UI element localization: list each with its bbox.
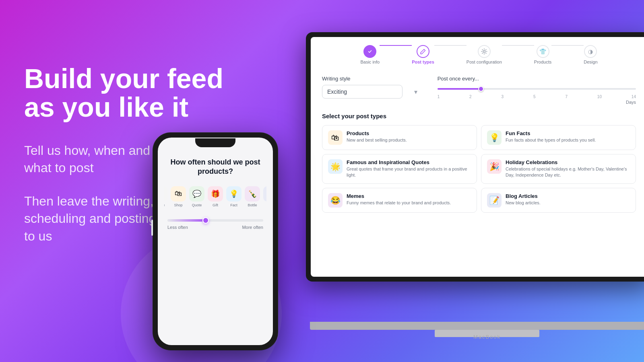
writing-style-select[interactable]: Exciting Professional Casual Funny <box>322 85 402 99</box>
slider-unit: Days <box>438 100 636 105</box>
post-type-icon-quotes: 🌟 <box>328 159 343 174</box>
post-type-card-fun-facts[interactable]: 💡 Fun Facts Fun facts about the types of… <box>481 125 636 150</box>
chip-gift[interactable]: 🎁 Gift <box>208 186 223 207</box>
chip-icon-gift: 🎁 <box>208 186 223 202</box>
post-type-name-holiday: Holiday Celebrations <box>506 159 630 165</box>
post-type-name-memes: Memes <box>347 193 451 199</box>
phone-question: How often should we post products? <box>164 158 266 177</box>
post-type-card-memes[interactable]: 😂 Memes Funny memes that relate to your … <box>322 188 477 213</box>
chip-label-quote: Quote <box>192 203 202 207</box>
slider-track <box>438 88 636 90</box>
writing-style-group: Writing style Exciting Professional Casu… <box>322 76 421 99</box>
chip-icon-fact: 💡 <box>226 186 242 202</box>
select-arrow-icon: ▾ <box>414 88 417 96</box>
phone-notch <box>195 138 235 147</box>
step-circle-products: 👕 <box>537 45 549 58</box>
post-type-info-products: Products New and best selling products. <box>347 130 407 143</box>
freq-slider-fill <box>167 219 206 222</box>
phone-content: How often should we post products? 😂 Mem… <box>158 138 273 345</box>
freq-slider-thumb[interactable] <box>202 217 209 224</box>
step-label-products: Products <box>534 60 551 64</box>
post-types-title: Select your post types <box>322 113 636 119</box>
post-type-desc-products: New and best selling products. <box>347 137 407 143</box>
chip-quote[interactable]: 💬 Quote <box>189 186 204 207</box>
stepper: Basic info Post types <box>322 45 636 64</box>
macbook-label: MacBook <box>473 334 501 340</box>
post-type-card-products[interactable]: 🛍 Products New and best selling products… <box>322 125 477 150</box>
step-circle-post-types <box>417 45 429 58</box>
post-type-name-blog: Blog Articles <box>506 193 541 199</box>
chip-label-bottle: Bottle <box>248 203 257 207</box>
slider-ticks: 1 2 3 5 7 10 14 <box>438 95 636 99</box>
controls-row: Writing style Exciting Professional Casu… <box>322 76 636 105</box>
post-type-desc-quotes: Great quotes that frame your brand and p… <box>347 166 471 179</box>
freq-label-less: Less often <box>167 225 188 230</box>
step-design[interactable]: ◑ Design <box>584 45 597 64</box>
app-ui: Basic info Post types <box>311 37 644 277</box>
post-type-name-products: Products <box>347 130 407 136</box>
frequency-slider-phone: Less often More often <box>164 219 266 230</box>
chip-icon-meme: 😂 <box>164 186 167 202</box>
chip-label-gift: Gift <box>213 203 218 207</box>
frequency-slider[interactable] <box>438 85 636 93</box>
post-frequency-group: Post once every... 1 2 3 5 <box>438 76 636 105</box>
macbook-label-container: MacBook <box>473 333 501 340</box>
chip-label-fact: Fact <box>230 203 237 207</box>
post-types-grid: 🛍 Products New and best selling products… <box>322 125 636 213</box>
post-type-info-memes: Memes Funny memes that relate to your br… <box>347 193 451 206</box>
step-label-post-config: Post configuration <box>466 60 502 64</box>
chip-icon-shop: 🛍 <box>171 186 186 202</box>
post-type-name-quotes: Famous and Inspirational Quotes <box>347 159 471 165</box>
slider-thumb[interactable] <box>478 86 484 92</box>
macbook-container: Basic info Post types <box>306 32 644 322</box>
post-types-section: Select your post types 🛍 Products New an… <box>322 113 636 213</box>
chip-shop[interactable]: 🛍 Shop <box>171 186 186 207</box>
freq-labels: Less often More often <box>167 225 263 230</box>
step-basic-info[interactable]: Basic info <box>360 45 380 64</box>
chip-label-shop: Shop <box>174 203 182 207</box>
writing-style-label: Writing style <box>322 76 421 82</box>
post-type-desc-holiday: Celebrations of special holidays e.g. Mo… <box>506 166 630 179</box>
phone-screen: How often should we post products? 😂 Mem… <box>158 138 273 345</box>
chip-fact[interactable]: 💡 Fact <box>226 186 242 207</box>
writing-style-select-wrapper: Exciting Professional Casual Funny ▾ <box>322 85 421 99</box>
post-frequency-label: Post once every... <box>438 76 636 82</box>
post-type-desc-blog: New blog articles. <box>506 200 541 206</box>
step-label-basic-info: Basic info <box>360 60 380 64</box>
chip-more[interactable]: 🎪 More <box>263 186 266 207</box>
post-type-icon-blog: 📝 <box>487 193 502 208</box>
macbook-frame: Basic info Post types <box>306 32 644 282</box>
chip-meme[interactable]: 😂 Meme <box>164 186 167 207</box>
step-circle-design: ◑ <box>584 45 597 58</box>
svg-point-1 <box>483 51 485 53</box>
slider-fill <box>438 88 481 90</box>
step-products[interactable]: 👕 Products <box>534 45 551 64</box>
post-type-name-fun-facts: Fun Facts <box>506 130 596 136</box>
chip-bottle[interactable]: 🍾 Bottle <box>245 186 260 207</box>
chips-row: 😂 Meme 🛍 Shop 💬 Quote 🎁 Gift <box>164 186 266 207</box>
post-type-info-blog: Blog Articles New blog articles. <box>506 193 541 206</box>
step-post-types[interactable]: Post types <box>412 45 434 64</box>
post-type-card-quotes[interactable]: 🌟 Famous and Inspirational Quotes Great … <box>322 154 477 184</box>
chip-label-meme: Meme <box>164 203 165 207</box>
main-heading: Build your feed as you like it <box>24 64 223 122</box>
post-type-desc-fun-facts: Fun facts about the types of products yo… <box>506 137 596 143</box>
chip-icon-bottle: 🍾 <box>245 186 260 202</box>
freq-slider-bar <box>167 219 263 222</box>
post-type-desc-memes: Funny memes that relate to your brand an… <box>347 200 451 206</box>
macbook-screen: Basic info Post types <box>311 37 644 277</box>
freq-label-more: More often <box>242 225 263 230</box>
post-type-info-quotes: Famous and Inspirational Quotes Great qu… <box>347 159 471 179</box>
post-type-card-blog[interactable]: 📝 Blog Articles New blog articles. <box>481 188 636 213</box>
post-type-info-fun-facts: Fun Facts Fun facts about the types of p… <box>506 130 596 143</box>
post-type-icon-holiday: 🎉 <box>487 159 502 174</box>
post-type-info-holiday: Holiday Celebrations Celebrations of spe… <box>506 159 630 179</box>
step-post-config[interactable]: Post configuration <box>466 45 502 64</box>
phone-container: How often should we post products? 😂 Mem… <box>153 133 278 350</box>
post-type-icon-products: 🛍 <box>328 130 343 145</box>
post-type-icon-fun-facts: 💡 <box>487 130 502 145</box>
step-label-design: Design <box>584 60 597 64</box>
svg-point-0 <box>367 48 373 55</box>
chip-icon-quote: 💬 <box>189 186 204 202</box>
post-type-card-holiday[interactable]: 🎉 Holiday Celebrations Celebrations of s… <box>481 154 636 184</box>
